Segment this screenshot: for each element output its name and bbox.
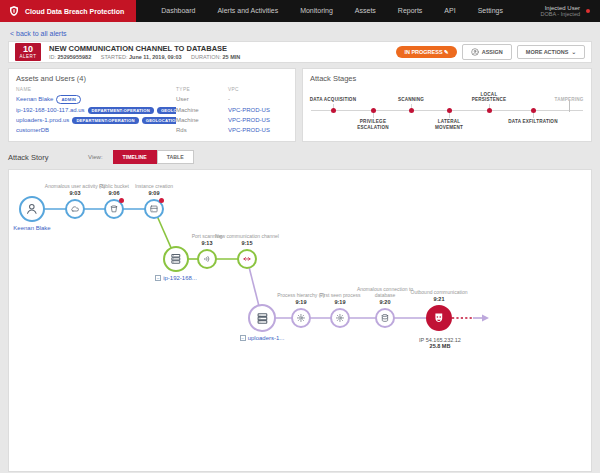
event-time: 9:19 [334, 299, 345, 305]
nav-item-alerts-and-activities[interactable]: Alerts and Activities [206, 0, 289, 22]
brand-logo-icon [8, 5, 20, 17]
assign-label: ASSIGN [482, 49, 503, 55]
user-menu[interactable]: Injected User DOBA - Injected [541, 5, 580, 17]
nav-menu: DashboardAlerts and ActivitiesMonitoring… [150, 0, 540, 22]
asset-name-link[interactable]: ip-192-168-100-117.ad.us [16, 107, 85, 113]
asset-badge-department-operation[interactable]: DEPARTMENT:OPERATION [88, 107, 154, 114]
asset-name-link[interactable]: uploaders-1.prod.us [16, 117, 69, 123]
gear-icon [293, 310, 309, 326]
server-icon [250, 306, 274, 330]
collapse-toggle[interactable]: − [155, 275, 161, 281]
asset-badge-geolocation-us[interactable]: GEOLOCATION:US [157, 107, 176, 114]
asset-type: Machine [176, 105, 228, 115]
db-icon [377, 310, 393, 326]
stage-dot-data-exfiltration [531, 108, 536, 113]
stage-label-lateral-movement: LATERAL MOVEMENT [423, 119, 475, 130]
assign-button[interactable]: ASSIGN [462, 44, 512, 60]
event-time: 9:20 [379, 299, 390, 305]
assets-col-type: TYPE [176, 86, 228, 93]
collapse-toggle[interactable]: − [240, 335, 246, 341]
stage-label-scanning: SCANNING [385, 97, 437, 103]
event-label-outbound: Outbound communication9:21 [407, 278, 471, 302]
more-actions-button[interactable]: MORE ACTIONS ⌄ [517, 45, 585, 59]
destination-size: 25.8 MB [407, 343, 473, 349]
stage-dot-privilege-escalation [371, 108, 376, 113]
alert-id-value: 25295955982 [58, 54, 92, 60]
nav-item-api[interactable]: API [433, 0, 466, 22]
story-node-anomalous_user[interactable] [65, 199, 85, 219]
stage-label-data-acquisition: DATA ACQUISITION [307, 97, 359, 103]
asset-vpc: VPC-PROD-US [228, 115, 288, 125]
status-button[interactable]: IN PROGRESS ✎ [396, 46, 456, 58]
event-time: 9:13 [201, 240, 212, 246]
event-time: 9:06 [108, 190, 119, 196]
story-node-uploaders[interactable] [248, 304, 276, 332]
asset-vpc: VPC-PROD-US [228, 105, 288, 115]
asset-vpc-link[interactable]: VPC-PROD-US [228, 107, 270, 113]
event-time: 9:19 [295, 299, 306, 305]
nav-item-dashboard[interactable]: Dashboard [150, 0, 206, 22]
alert-dot-badge [159, 198, 164, 203]
alert-summary: NEW COMMUNICATION CHANNEL TO DATABASE ID… [49, 44, 396, 60]
event-time: 9:21 [433, 296, 444, 302]
asset-badge-admin[interactable]: ADMIN [56, 95, 81, 104]
asset-badge-geolocation-us[interactable]: GEOLOCATION:US [142, 117, 176, 124]
story-node-keenan[interactable] [19, 196, 45, 222]
story-node-anomalous_conn[interactable] [375, 308, 395, 328]
assets-panel: Assets and Users (4) NAMETYPEVPC Keenan … [8, 68, 296, 142]
stage-marker-tampering [569, 100, 570, 112]
event-time: 9:15 [241, 240, 252, 246]
chevron-down-icon: ⌄ [571, 49, 576, 55]
nav-item-assets[interactable]: Assets [344, 0, 387, 22]
top-nav: Cloud Data Breach Protection DashboardAl… [0, 0, 600, 22]
event-time: 9:09 [148, 190, 159, 196]
arrows-icon [239, 251, 255, 267]
alert-duration-value: 25 MIN [222, 54, 240, 60]
entity-label-ip[interactable]: −ip-192-168... [136, 275, 216, 281]
back-link[interactable]: < back to all alerts [0, 26, 77, 39]
notification-dot[interactable] [586, 9, 590, 13]
assets-col-vpc: VPC [228, 86, 288, 93]
story-node-outbound[interactable] [426, 305, 452, 331]
table-row: customerDBRdsVPC-PROD-US [16, 125, 288, 134]
view-toggle-table[interactable]: TABLE [157, 150, 194, 164]
nav-item-monitoring[interactable]: Monitoring [289, 0, 344, 22]
attack-stages-rail: DATA ACQUISITIONPRIVILEGE ESCALATIONSCAN… [311, 87, 583, 135]
user-icon [21, 198, 43, 220]
table-row: uploaders-1.prod.usDEPARTMENT:OPERATIONG… [16, 115, 288, 125]
assets-table: NAMETYPEVPC Keenan BlakeADMINUser-ip-192… [16, 86, 288, 134]
server-icon [165, 248, 187, 270]
event-time: 9:03 [69, 190, 80, 196]
stage-dot-data-acquisition [331, 108, 336, 113]
story-node-first_seen[interactable] [330, 308, 350, 328]
entity-name: uploaders-1... [248, 335, 285, 341]
asset-name-link[interactable]: customerDB [16, 127, 49, 133]
asset-vpc-link[interactable]: VPC-PROD-US [228, 127, 270, 133]
asset-name-link[interactable]: Keenan Blake [16, 96, 53, 102]
story-node-process_hierarchy[interactable] [291, 308, 311, 328]
view-toggle-timeline[interactable]: TIMELINE [113, 150, 157, 164]
attack-story-header: Attack Story View: TIMELINETABLE [8, 150, 592, 164]
entity-label-uploaders[interactable]: −uploaders-1... [222, 335, 302, 341]
instance-icon [146, 201, 162, 217]
stage-label-local-persistence: LOCAL PERSISTENCE [463, 92, 515, 103]
story-node-ip[interactable] [163, 246, 189, 272]
nav-item-reports[interactable]: Reports [387, 0, 434, 22]
stage-dot-lateral-movement [447, 108, 452, 113]
brand-label: Cloud Data Breach Protection [25, 8, 124, 15]
table-row: ip-192-168-100-117.ad.usDEPARTMENT:OPERA… [16, 105, 288, 115]
table-row: Keenan BlakeADMINUser- [16, 93, 288, 105]
story-node-new_comm[interactable] [237, 249, 257, 269]
asset-badge-department-operation[interactable]: DEPARTMENT:OPERATION [72, 117, 138, 124]
alert-header: 10 ALERT NEW COMMUNICATION CHANNEL TO DA… [8, 41, 592, 63]
asset-vpc: VPC-PROD-US [228, 125, 288, 134]
stage-dot-local-persistence [487, 108, 492, 113]
entity-label-keenan[interactable]: Keenan Blake [0, 225, 72, 231]
alert-started-value: June 11, 2019, 09:03 [129, 54, 182, 60]
story-node-port_scanning[interactable] [197, 249, 217, 269]
severity-label: ALERT [15, 54, 41, 59]
brand[interactable]: Cloud Data Breach Protection [0, 0, 136, 22]
event-text: New communication channel [215, 233, 279, 239]
asset-vpc-link[interactable]: VPC-PROD-US [228, 117, 270, 123]
nav-item-settings[interactable]: Settings [467, 0, 514, 22]
